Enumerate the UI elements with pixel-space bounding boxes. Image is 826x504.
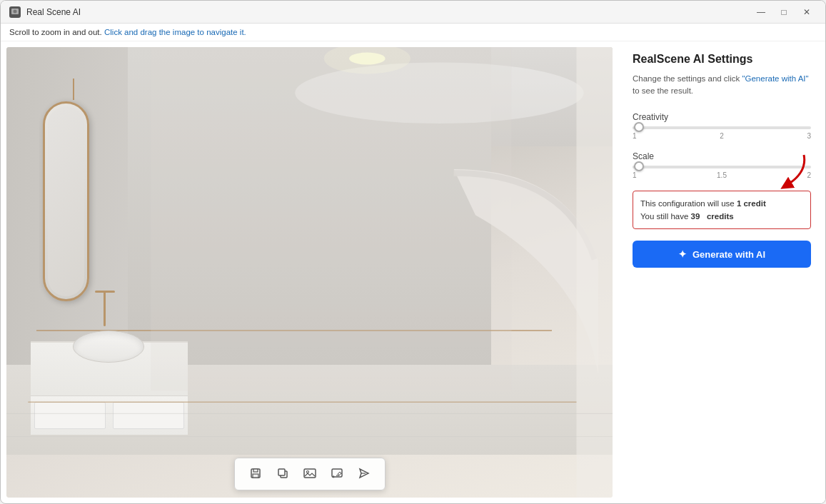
import-image-icon bbox=[303, 468, 316, 481]
creativity-track bbox=[633, 126, 811, 129]
credits-line1: This configuration will use 1 credit bbox=[640, 197, 803, 210]
scale-thumb[interactable] bbox=[634, 161, 644, 171]
scale-tick-max: 2 bbox=[807, 171, 811, 179]
panel-description: Change the settings and click "Generate … bbox=[633, 73, 811, 98]
sink-bowl bbox=[73, 331, 144, 363]
send-icon bbox=[358, 468, 370, 481]
title-bar: Real Scene AI — □ ✕ bbox=[1, 1, 825, 24]
panel-title: RealScene AI Settings bbox=[633, 53, 811, 66]
instruction-link: Click and drag the image to navigate it. bbox=[104, 28, 246, 36]
scale-section: Scale 1 1.5 2 bbox=[633, 151, 811, 179]
creativity-label: Creativity bbox=[633, 112, 811, 122]
creativity-tick-min: 1 bbox=[633, 132, 637, 140]
bathroom-scene bbox=[6, 47, 613, 498]
scale-tick-mid: 1.5 bbox=[717, 171, 727, 179]
cabinet-drawer-right bbox=[113, 402, 184, 429]
credits-remaining-number: 39 bbox=[691, 212, 700, 221]
send-button[interactable] bbox=[353, 464, 375, 484]
desc-link: "Generate with AI" bbox=[742, 74, 808, 83]
scale-track bbox=[633, 166, 811, 168]
scale-tick-min: 1 bbox=[633, 171, 637, 179]
creativity-section: Creativity 1 2 3 bbox=[633, 112, 811, 140]
close-button[interactable]: ✕ bbox=[797, 5, 817, 19]
credits-line1-static: This configuration will use bbox=[640, 199, 735, 208]
generate-icon: ✦ bbox=[678, 248, 687, 260]
instruction-static: Scroll to zoom in and out. bbox=[9, 28, 102, 36]
svg-rect-15 bbox=[304, 469, 316, 478]
desc-static: Change the settings and click bbox=[633, 74, 740, 83]
minimize-button[interactable]: — bbox=[751, 5, 771, 19]
mirror bbox=[43, 101, 89, 301]
creativity-slider-container[interactable]: 1 2 3 bbox=[633, 126, 811, 140]
scale-label: Scale bbox=[633, 151, 811, 161]
title-bar-left: Real Scene AI bbox=[9, 6, 81, 18]
creativity-ticks: 1 2 3 bbox=[633, 132, 811, 140]
creativity-tick-mid: 2 bbox=[720, 132, 724, 140]
cabinet bbox=[31, 395, 188, 435]
cabinet-drawer-left bbox=[34, 402, 106, 429]
generate-label: Generate with AI bbox=[692, 249, 765, 260]
svg-rect-12 bbox=[253, 474, 258, 478]
credits-line2-static: You still have bbox=[640, 212, 688, 221]
svg-rect-11 bbox=[253, 469, 258, 472]
credits-line2: You still have 39 credits bbox=[640, 210, 803, 223]
copy-button[interactable] bbox=[272, 464, 293, 484]
main-window: Real Scene AI — □ ✕ Scroll to zoom in an… bbox=[0, 0, 826, 504]
svg-rect-14 bbox=[278, 469, 285, 475]
save-button[interactable] bbox=[245, 464, 266, 484]
generate-button[interactable]: ✦ Generate with AI bbox=[633, 241, 811, 268]
bottom-toolbar bbox=[234, 458, 386, 490]
window-controls: — □ ✕ bbox=[751, 5, 817, 19]
window-title: Real Scene AI bbox=[26, 7, 81, 17]
import-image-button[interactable] bbox=[299, 464, 321, 484]
save-icon bbox=[250, 468, 261, 481]
copy-icon bbox=[277, 468, 288, 481]
credits-amount: 1 credit bbox=[737, 199, 766, 208]
scale-slider-container[interactable]: 1 1.5 2 bbox=[633, 166, 811, 179]
credits-box: This configuration will use 1 credit You… bbox=[633, 191, 811, 230]
creativity-thumb[interactable] bbox=[634, 122, 644, 132]
credits-remaining-label: credits bbox=[707, 212, 734, 221]
mirror-cord bbox=[73, 79, 74, 100]
creativity-tick-max: 3 bbox=[807, 132, 811, 140]
app-icon bbox=[9, 6, 21, 18]
main-content: RealScene AI Settings Change the setting… bbox=[1, 41, 825, 503]
scale-ticks: 1 1.5 2 bbox=[633, 171, 811, 179]
edit-icon bbox=[331, 468, 343, 481]
maximize-button[interactable]: □ bbox=[774, 5, 794, 19]
svg-point-16 bbox=[306, 470, 308, 473]
right-panel: RealScene AI Settings Change the setting… bbox=[618, 41, 825, 503]
faucet bbox=[104, 291, 106, 326]
scene-area[interactable] bbox=[6, 47, 613, 498]
edit-button[interactable] bbox=[326, 464, 348, 484]
svg-point-1 bbox=[14, 9, 17, 13]
desc-end: to see the result. bbox=[633, 86, 693, 95]
instruction-bar: Scroll to zoom in and out. Click and dra… bbox=[1, 24, 825, 41]
